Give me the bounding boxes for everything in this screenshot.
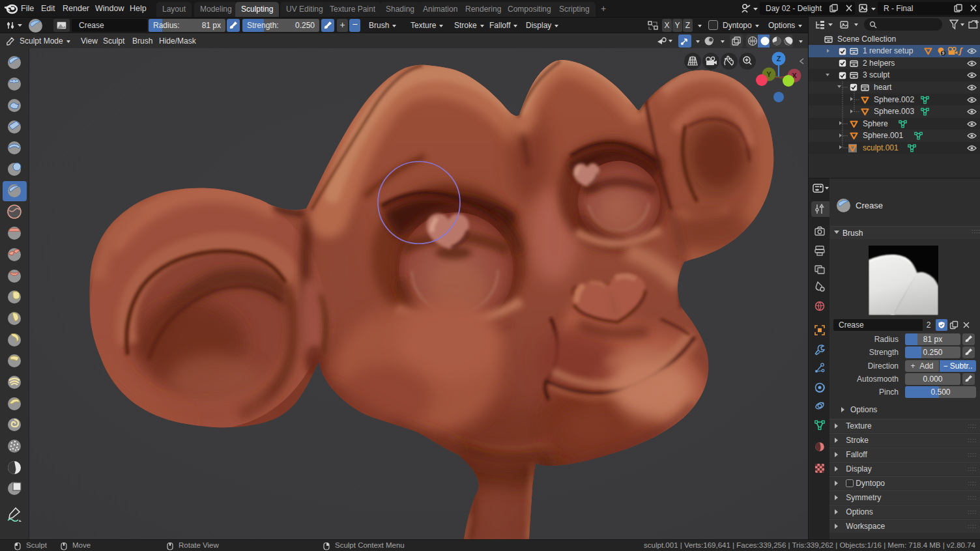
svg-text:Y: Y (766, 70, 771, 78)
svg-text:Z: Z (777, 55, 781, 63)
